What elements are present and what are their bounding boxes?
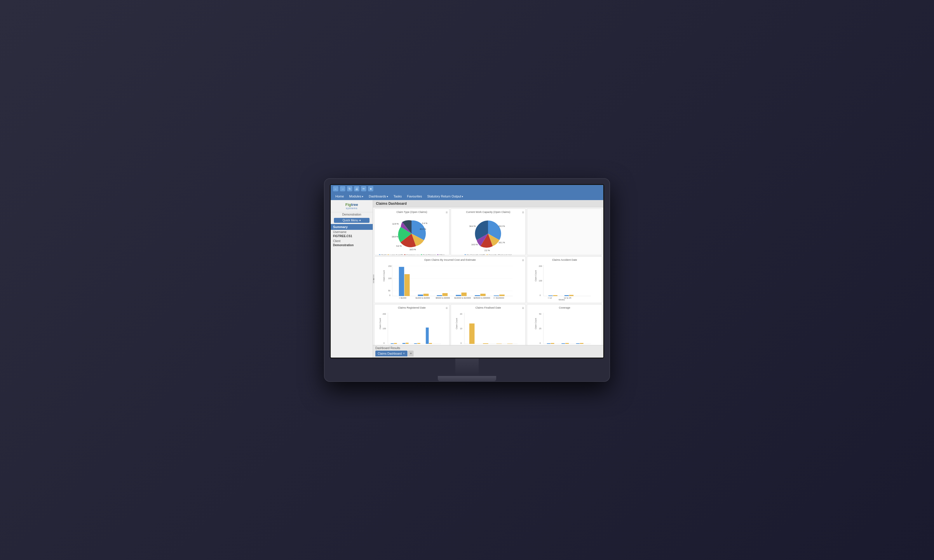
claims-finalised-chart: Claims Finalised Date ≡ 20 10 0 Claim Co… (451, 304, 526, 345)
forward-button[interactable]: → (340, 186, 345, 191)
username-label: Username (331, 230, 373, 234)
svg-text:0: 0 (384, 342, 385, 344)
legend-acc-open: Open (556, 303, 563, 303)
svg-rect-21 (399, 267, 404, 296)
back-button[interactable]: ← (333, 186, 338, 191)
legend-acc-closed-label: Closed (567, 303, 573, 303)
claim-type-menu-icon[interactable]: ≡ (446, 210, 448, 214)
page-title: Claims Dashboard (373, 200, 603, 208)
claims-dashboard-tab[interactable]: Claims Dashboard ✕ (375, 351, 407, 357)
svg-rect-61 (406, 343, 408, 344)
claims-registered-menu-icon[interactable]: ≡ (446, 306, 448, 310)
svg-text:0: 0 (460, 342, 461, 344)
svg-text:Claim Count: Claim Count (455, 318, 457, 329)
nav-statutory[interactable]: Statutory Return Output (425, 194, 466, 198)
svg-text:9.4 %: 9.4 % (396, 245, 402, 247)
svg-rect-28 (461, 292, 467, 296)
legend-other-label: Other (439, 254, 445, 255)
print-button[interactable]: 🖨 (354, 186, 359, 191)
open-claims-cost-menu-icon[interactable]: ≡ (522, 258, 524, 262)
content-area: Claims Dashboard Claim Type (Open Claims… (373, 200, 603, 358)
claim-type-title: Claim Type (Open Claims) (376, 211, 447, 214)
legend-commonlaw: Common Law (404, 254, 420, 255)
legend-lumpsum-label: Lump Sum/PI (390, 254, 403, 255)
svg-text:25: 25 (539, 328, 541, 329)
svg-text:$5000 to $9999: $5000 to $9999 (436, 297, 450, 299)
tab-close-icon[interactable]: ✕ (403, 352, 405, 355)
nav-home[interactable]: Home (333, 194, 346, 198)
svg-rect-22 (405, 274, 410, 296)
svg-text:33.3 %: 33.3 % (498, 225, 505, 227)
svg-text:34.4 %: 34.4 % (469, 225, 476, 227)
nav-tasks[interactable]: Tasks (391, 194, 404, 198)
svg-rect-26 (442, 293, 448, 296)
add-tab-button[interactable]: + (408, 351, 414, 357)
legend-acc-open-label: Open (558, 303, 563, 303)
work-capacity-pie-svg: 33.3 % 16.1 % 34.4 % 14.0 % 2.2 % (467, 215, 509, 252)
legend-commonlaw-dot (404, 254, 406, 255)
nav-dashboards[interactable]: Dashboards (366, 194, 390, 198)
svg-text:100: 100 (539, 280, 542, 282)
legend-capreduced-label: Capacity (Reduced Hrs) (489, 254, 512, 255)
legend-commonlaw-label: Common Law (406, 254, 420, 255)
refresh-button[interactable]: ↻ (347, 186, 352, 191)
nav-modules[interactable]: Modules (347, 194, 366, 198)
claim-type-legend: Test2 Lump Sum/PI Common Law (376, 254, 447, 255)
coverage-svg: 50 25 0 Claim Count (529, 310, 600, 345)
bookmark-button[interactable]: ★ (368, 186, 373, 191)
svg-rect-62 (414, 343, 417, 344)
svg-rect-27 (456, 295, 461, 296)
legend-nocapacity: No Capacity (Unfit) (464, 254, 485, 255)
open-claims-cost-title: Open Claims By Incurred Cost and Estimat… (376, 258, 524, 262)
work-capacity-pie-container: 33.3 % 16.1 % 34.4 % 14.0 % 2.2 % No Cap… (453, 215, 524, 255)
claims-finalised-menu-icon[interactable]: ≡ (522, 306, 524, 310)
svg-text:Claim Count: Claim Count (383, 270, 385, 282)
svg-text:2.2 %: 2.2 % (484, 249, 490, 251)
quick-menu-arrow-icon: ▾ (359, 219, 361, 222)
svg-text:12.9 %: 12.9 % (392, 223, 399, 225)
claims-accident-svg: 200 100 0 Claim Count < (529, 263, 600, 300)
username-value: FIGTREE.CS1 (331, 234, 373, 239)
svg-text:14.0 %: 14.0 % (472, 243, 478, 246)
quick-menu-button[interactable]: Quick Menu ▾ (334, 218, 370, 223)
logo-area: Figtree systems (331, 200, 373, 212)
legend-lumpsum-dot (387, 254, 389, 255)
work-capacity-menu-icon[interactable]: ≡ (522, 210, 524, 214)
browser-bar: ← → ↻ 🖨 ✏ ★ (331, 185, 603, 192)
quick-menu-label: Quick Menu (343, 219, 358, 222)
svg-rect-79 (496, 343, 501, 344)
claim-type-chart: Claim Type (Open Claims) ≡ (374, 209, 450, 255)
svg-rect-92 (547, 343, 550, 344)
monitor-stand (330, 358, 604, 381)
svg-text:Weeks: Weeks (559, 298, 565, 300)
legend-test2: Test2 (379, 254, 387, 255)
edit-button[interactable]: ✏ (361, 186, 366, 191)
svg-rect-97 (580, 343, 583, 344)
work-capacity-legend: No Capacity (Unfit) Capacity (Reduced Hr… (453, 254, 524, 255)
coverage-chart: Coverage 50 25 0 Claim Count (527, 304, 602, 345)
svg-text:< $1000: < $1000 (399, 297, 407, 299)
work-capacity-title: Current Work Capacity (Open Claims) (453, 211, 524, 214)
open-claims-cost-chart: Open Claims By Incurred Cost and Estimat… (374, 256, 526, 303)
legend-paid-label: Paid (443, 303, 447, 303)
claims-accident-legend: Open Closed (529, 303, 600, 303)
svg-text:2.4 %: 2.4 % (422, 222, 427, 224)
svg-rect-65 (429, 343, 432, 344)
svg-rect-64 (426, 328, 429, 344)
legend-nocapacity-label: No Capacity (Unfit) (467, 254, 485, 255)
logo-tree: tree (351, 202, 358, 207)
nav-favourites[interactable]: Favourites (405, 194, 424, 198)
stand-base (438, 376, 496, 381)
legend-dustdisease-label: Dust Disease (423, 254, 436, 255)
svg-rect-59 (394, 343, 397, 344)
svg-text:100: 100 (383, 328, 386, 329)
legend-nocapacity-dot (464, 254, 466, 255)
svg-rect-63 (418, 343, 420, 344)
svg-text:10: 10 (460, 328, 462, 329)
client-value: Demonstration (331, 243, 373, 248)
svg-text:0: 0 (540, 294, 541, 296)
legend-acc-closed: Closed (564, 303, 573, 303)
work-capacity-chart: Current Work Capacity (Open Claims) ≡ (451, 209, 526, 255)
legend-other: Other (437, 254, 445, 255)
svg-rect-58 (391, 343, 394, 344)
